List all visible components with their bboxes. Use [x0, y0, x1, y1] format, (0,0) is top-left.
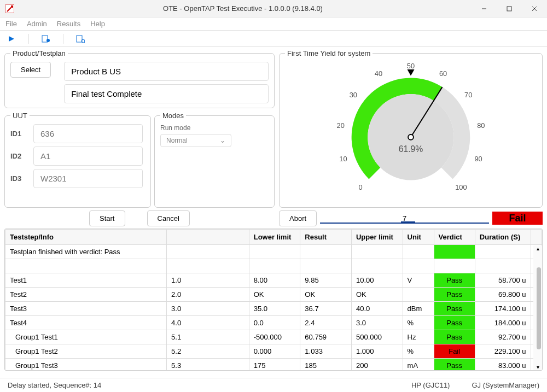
id1-label: ID1 [10, 130, 29, 138]
svg-text:70: 70 [464, 91, 472, 99]
cell-upper: 10.00 [351, 273, 403, 288]
cell-result: 9.85 [300, 273, 352, 288]
col-unit[interactable]: Unit [403, 230, 434, 245]
titlebar: OTE - OpenTAP Test Executive - 1.0.0.0 (… [0, 0, 547, 17]
cell-name: Test1 [5, 273, 167, 288]
toolbar [0, 31, 547, 47]
table-row[interactable]: Group1 Test1 5.1 -500.000 60.759 500.000… [5, 330, 542, 344]
cell-unit: % [403, 316, 434, 330]
cell-upper: 500.000 [351, 330, 403, 344]
col-teststep[interactable]: Teststep/Info [5, 230, 167, 245]
status-device: HP (GJC11) [411, 381, 450, 389]
svg-text:30: 30 [350, 91, 357, 99]
cell-lower: -500.000 [249, 330, 300, 344]
svg-text:60: 60 [439, 69, 447, 78]
id2-input[interactable] [33, 147, 143, 166]
cell-duration: 229.100 u [475, 344, 531, 359]
col-duration[interactable]: Duration (S) [475, 230, 531, 245]
cell-seq: 2.0 [167, 288, 249, 302]
testplan-icon[interactable] [40, 33, 52, 45]
scroll-thumb[interactable] [537, 267, 541, 349]
table-row[interactable]: Group1 Test2 5.2 0.000 1.033 1.000 % Fai… [5, 344, 542, 359]
svg-text:50: 50 [407, 62, 415, 70]
cell-lower: OK [249, 288, 300, 302]
toolbar-separator [28, 34, 29, 44]
minimize-button[interactable] [472, 0, 497, 17]
status-user: GJ (SystemManager) [472, 381, 539, 389]
cell-duration: 92.700 u [475, 330, 531, 344]
cell-seq: 3.0 [167, 302, 249, 316]
chevron-down-icon: ⌄ [220, 137, 225, 144]
control-row: Start Cancel Abort 7 Fail [4, 209, 543, 227]
table-row[interactable]: Group1 Test3 5.3 175 185 200 mA Pass 83.… [5, 359, 542, 371]
cell-upper: 200 [351, 359, 403, 371]
cell-lower: 0.000 [249, 344, 300, 359]
cell-verdict: Pass [434, 330, 475, 344]
cell-verdict: Pass [434, 359, 475, 371]
product-field[interactable]: Product B US [64, 62, 269, 81]
svg-text:61.9%: 61.9% [399, 144, 423, 154]
cell-seq: 5.2 [167, 344, 249, 359]
cell-unit: mA [403, 359, 434, 371]
table-row[interactable]: Test4 4.0 0.0 2.4 3.0 % Pass 184.000 u [5, 316, 542, 330]
select-button[interactable]: Select [10, 62, 51, 78]
svg-text:0: 0 [359, 183, 363, 191]
abort-button[interactable]: Abort [279, 210, 317, 226]
report-icon[interactable] [74, 33, 86, 45]
svg-marker-14 [408, 69, 415, 76]
cell-result: 36.7 [300, 302, 352, 316]
grid-header-row: Teststep/Info Lower limit Result Upper l… [5, 230, 542, 245]
id3-input[interactable] [33, 169, 143, 188]
maximize-button[interactable] [497, 0, 522, 17]
menu-help[interactable]: Help [90, 20, 105, 28]
id1-input[interactable] [33, 124, 143, 143]
cell-verdict: Pass [434, 288, 475, 302]
cell-lower: 35.0 [249, 302, 300, 316]
col-seq[interactable] [167, 230, 249, 245]
scroll-up-icon[interactable]: ▴ [537, 245, 539, 251]
cell-lower: 175 [249, 359, 300, 371]
testplan-field[interactable]: Final test Complete [64, 84, 269, 103]
menu-file[interactable]: File [5, 20, 17, 28]
close-button[interactable] [522, 0, 547, 17]
runmode-value: Normal [166, 137, 188, 144]
cell-lower: 8.00 [249, 273, 300, 288]
cell-unit: V [403, 273, 434, 288]
svg-point-7 [46, 39, 50, 42]
cell-result: 1.033 [300, 344, 352, 359]
cell-duration: 58.700 u [475, 273, 531, 288]
col-verdict[interactable]: Verdict [434, 230, 475, 245]
svg-text:80: 80 [477, 121, 485, 130]
cell-duration: 69.800 u [475, 288, 531, 302]
col-lower[interactable]: Lower limit [249, 230, 300, 245]
col-result[interactable]: Result [300, 230, 352, 245]
progress-indicator: 7 [320, 213, 489, 224]
cancel-button[interactable]: Cancel [147, 210, 190, 226]
table-row[interactable]: Test1 1.0 8.00 9.85 10.00 V Pass 58.700 … [5, 273, 542, 288]
cell-seq: 5.1 [167, 330, 249, 344]
svg-line-10 [84, 42, 85, 43]
product-testplan-group: Product/Testplan Select Product B US Fin… [4, 49, 275, 108]
cell-name: Group1 Test1 [5, 330, 167, 344]
scroll-down-icon[interactable]: ▾ [537, 364, 539, 370]
scrollbar[interactable]: ▴ ▾ [533, 245, 542, 370]
cell-result: 2.4 [300, 316, 352, 330]
cell-result: OK [300, 288, 352, 302]
table-row[interactable]: Test3 3.0 35.0 36.7 40.0 dBm Pass 174.10… [5, 302, 542, 316]
table-row[interactable]: Test2 2.0 OK OK OK Pass 69.800 u [5, 288, 542, 302]
info-cell: Testplan finished with verdict: Pass [5, 245, 167, 259]
cell-name: Test4 [5, 316, 167, 330]
menu-results[interactable]: Results [57, 20, 80, 28]
play-icon[interactable] [5, 33, 18, 45]
cell-unit: Hz [403, 330, 434, 344]
runmode-dropdown[interactable]: Normal ⌄ [160, 134, 231, 147]
uut-group: UUT ID1 ID2 ID3 [4, 112, 151, 208]
svg-rect-2 [507, 7, 511, 11]
cell-unit [403, 288, 434, 302]
col-upper[interactable]: Upper limit [351, 230, 403, 245]
start-button[interactable]: Start [89, 210, 125, 226]
grid-info-row: Testplan finished with verdict: Pass [5, 245, 542, 259]
cell-name: Group1 Test2 [5, 344, 167, 359]
yield-gauge-group: First Time Yield for system 010203040506… [279, 49, 543, 208]
menu-admin[interactable]: Admin [27, 20, 47, 28]
